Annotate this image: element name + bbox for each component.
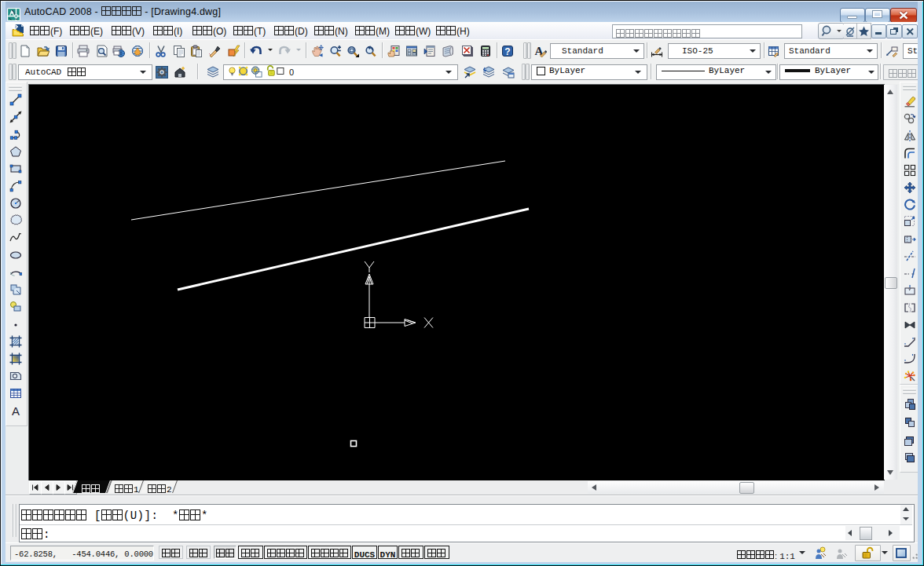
svg-text:A: A (12, 404, 20, 417)
svg-text:?: ? (504, 46, 510, 57)
